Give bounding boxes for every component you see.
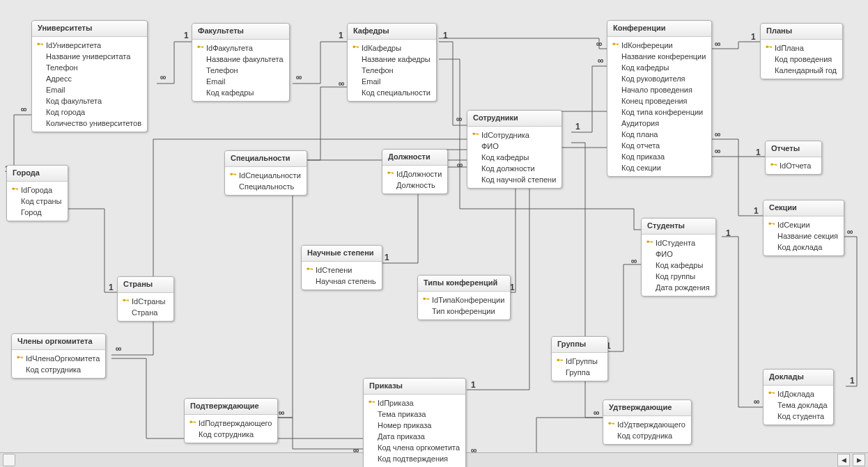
field-row[interactable]: IdКонфереции [607, 40, 711, 51]
field-row[interactable]: Код страны [7, 196, 68, 207]
scroll-right-button[interactable]: ▶ [853, 454, 865, 466]
field-row[interactable]: Тема приказа [364, 409, 465, 420]
field-row[interactable]: Название кафедры [348, 54, 436, 65]
entity-cafedry[interactable]: КафедрыIdКафедрыНазвание кафедрыТелефонE… [347, 23, 437, 102]
field-row[interactable]: IdСпециальности [225, 170, 307, 181]
entity-conftypes[interactable]: Типы конференцийIdТипаКонференцииТип кон… [417, 275, 511, 320]
field-row[interactable]: IdПлана [761, 42, 842, 54]
field-row[interactable]: Код приказа [607, 151, 711, 162]
field-row[interactable]: Код сотрудника [603, 430, 691, 441]
field-row[interactable]: Код проведения [761, 54, 842, 65]
field-row[interactable]: IdСтепени [302, 264, 382, 276]
field-row[interactable]: Код сотрудника [185, 429, 277, 440]
field-row[interactable]: Номер приказа [364, 420, 465, 431]
field-row[interactable]: IdСтраны [118, 296, 173, 307]
field-row[interactable]: IdГорода [7, 184, 68, 196]
entity-members[interactable]: Члены оргкомитетаIdЧленаОргкомитетаКод с… [11, 333, 106, 379]
field-row[interactable]: IdОтчета [766, 160, 821, 171]
field-row[interactable]: IdФакультета [192, 42, 289, 54]
entity-positions[interactable]: ДолжностиIdДолжностиДолжность [382, 149, 448, 194]
diagram-canvas[interactable]: ∞1 ∞1 ∞1 ∞1 1∞ ∞ ∞1 1 1∞ ∞ ∞ ∞ ∞1 ∞1 ∞1 … [0, 0, 868, 467]
field-row[interactable]: Код кафедры [642, 260, 715, 271]
field-row[interactable]: Код отчета [607, 140, 711, 151]
entity-title[interactable]: Должности [382, 150, 447, 166]
entity-title[interactable]: Сотрудники [467, 111, 561, 127]
field-row[interactable]: Начало проведения [607, 84, 711, 95]
field-row[interactable]: Код должности [467, 163, 561, 174]
entity-title[interactable]: Удтверждающие [603, 400, 691, 416]
field-row[interactable]: ФИО [467, 141, 561, 152]
field-row[interactable]: Группа [552, 367, 607, 378]
field-row[interactable]: Дата рождения [642, 282, 715, 293]
field-row[interactable]: Адресс [32, 73, 147, 84]
field-row[interactable]: Код типа конференции [607, 106, 711, 118]
entity-title[interactable]: Отчеты [766, 141, 821, 157]
field-row[interactable]: Конец проведения [607, 95, 711, 106]
entity-orders[interactable]: ПриказыIdПриказаТема приказаНомер приказ… [363, 378, 466, 467]
entity-title[interactable]: Специальности [225, 151, 307, 167]
field-row[interactable]: Код научной степени [467, 174, 561, 185]
entity-title[interactable]: Факультеты [192, 24, 289, 40]
entity-title[interactable]: Города [7, 166, 68, 182]
entity-conferences[interactable]: КонференцииIdКонферецииНазвание конферен… [607, 20, 712, 177]
field-row[interactable]: Код факультета [32, 95, 147, 106]
field-row[interactable]: Название конференции [607, 51, 711, 62]
scroll-left-button[interactable]: ◀ [837, 454, 850, 466]
entity-title[interactable]: Члены оргкомитета [12, 334, 105, 350]
entity-universities[interactable]: УниверситетыIdУниверситетаНазвание униве… [31, 20, 148, 132]
entity-degrees[interactable]: Научные степениIdСтепениНаучная степень [301, 245, 382, 290]
field-row[interactable]: IdСотрудника [467, 129, 561, 141]
field-row[interactable]: Код кафедры [607, 62, 711, 73]
field-row[interactable]: Код подтверждения [364, 453, 465, 464]
field-row[interactable]: Код специальности [348, 87, 436, 98]
field-row[interactable]: Дата приказа [364, 431, 465, 442]
field-row[interactable]: IdДоклада [764, 388, 833, 399]
field-row[interactable]: Код руководителя [607, 73, 711, 84]
field-row[interactable]: Email [32, 84, 147, 95]
entity-sections[interactable]: СекцииIdСекцииНазвание секцияКод доклада [763, 200, 844, 256]
field-row[interactable]: Код студента [764, 411, 833, 422]
field-row[interactable]: IdСтудента [642, 237, 715, 248]
entity-groups[interactable]: ГруппыIdГруппыГруппа [551, 336, 608, 381]
entity-countries[interactable]: СтраныIdСтраныСтрана [117, 276, 174, 322]
field-row[interactable]: Научная степень [302, 276, 382, 287]
field-row[interactable]: Телефон [192, 65, 289, 76]
entity-plans[interactable]: ПланыIdПланаКод проведенияКалендарный го… [760, 23, 843, 79]
field-row[interactable]: Код сотрудника [12, 364, 105, 375]
entity-employees[interactable]: СотрудникиIdСотрудникаФИОКод кафедрыКод … [467, 110, 562, 189]
field-row[interactable]: Телефон [32, 62, 147, 73]
field-row[interactable]: Код плана [607, 129, 711, 140]
field-row[interactable]: Код группы [642, 271, 715, 282]
entity-title[interactable]: Научные степени [302, 246, 382, 262]
field-row[interactable]: Телефон [348, 65, 436, 76]
field-row[interactable]: IdГруппы [552, 356, 607, 367]
entity-title[interactable]: Группы [552, 337, 607, 353]
entity-title[interactable]: Доклады [764, 370, 833, 386]
field-row[interactable]: IdКафедры [348, 42, 436, 54]
entity-title[interactable]: Планы [761, 24, 842, 40]
field-row[interactable]: IdУдтверждающего [603, 419, 691, 430]
field-row[interactable]: Код города [32, 106, 147, 118]
entity-title[interactable]: Университеты [32, 21, 147, 37]
field-row[interactable]: Календарный год [761, 65, 842, 76]
entity-faculties[interactable]: ФакультетыIdФакультетаНазвание факультет… [192, 23, 290, 102]
entity-specialties[interactable]: СпециальностиIdСпециальностиСпециальност… [224, 150, 307, 196]
field-row[interactable]: IdДолжности [382, 168, 447, 180]
entity-title[interactable]: Кафедры [348, 24, 436, 40]
field-row[interactable]: Аудитория [607, 118, 711, 129]
entity-title[interactable]: Секции [764, 200, 844, 216]
field-row[interactable]: Код кафедры [467, 152, 561, 163]
field-row[interactable]: Количество университетов [32, 118, 147, 129]
field-row[interactable]: Специальность [225, 181, 307, 192]
entity-title[interactable]: Студенты [642, 219, 715, 235]
entity-title[interactable]: Подтверждающие [185, 399, 277, 415]
field-row[interactable]: Тип конференции [418, 306, 510, 317]
entity-reports[interactable]: ОтчетыIdОтчета [765, 141, 822, 175]
entity-title[interactable]: Приказы [364, 379, 465, 395]
field-row[interactable]: Email [348, 76, 436, 87]
field-row[interactable]: Страна [118, 307, 173, 318]
field-row[interactable]: Город [7, 207, 68, 218]
field-row[interactable]: Код доклада [764, 242, 844, 253]
entity-students[interactable]: СтудентыIdСтудентаФИОКод кафедрыКод груп… [641, 218, 716, 296]
field-row[interactable]: Название секция [764, 230, 844, 242]
